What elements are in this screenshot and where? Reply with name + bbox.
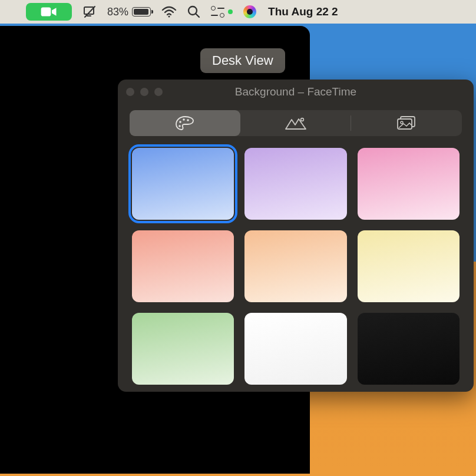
panel-title-bar: Background – FaceTime bbox=[118, 80, 474, 104]
swatch-coral-gradient[interactable] bbox=[132, 230, 234, 302]
photo-gallery-icon bbox=[396, 115, 416, 131]
zoom-window-button[interactable] bbox=[154, 88, 163, 96]
swatch-black-gradient[interactable] bbox=[358, 313, 460, 385]
svg-point-7 bbox=[179, 121, 181, 123]
menubar: 83% Thu Aug 22 2 bbox=[0, 0, 476, 24]
minimize-window-button[interactable] bbox=[140, 88, 148, 96]
swatch-white-gradient[interactable] bbox=[244, 313, 346, 385]
svg-point-10 bbox=[178, 125, 181, 127]
panel-title: Background – FaceTime bbox=[235, 85, 356, 98]
video-camera-icon bbox=[40, 6, 58, 18]
swatch-pink-gradient[interactable] bbox=[358, 148, 460, 220]
battery-icon bbox=[132, 7, 151, 16]
tab-landscapes[interactable] bbox=[240, 110, 351, 136]
screen-share-icon[interactable] bbox=[82, 5, 97, 18]
swatch-green-gradient[interactable] bbox=[132, 313, 234, 385]
desk-view-button[interactable]: Desk View bbox=[200, 48, 285, 73]
svg-point-11 bbox=[300, 118, 303, 121]
siri-icon[interactable] bbox=[243, 5, 256, 18]
camera-in-use-dot bbox=[228, 9, 233, 14]
battery-percent-label: 83% bbox=[107, 6, 128, 18]
tab-photos[interactable] bbox=[351, 110, 462, 136]
background-swatch-grid bbox=[118, 144, 474, 392]
swatch-purple-gradient[interactable] bbox=[244, 148, 346, 220]
svg-point-9 bbox=[187, 119, 189, 121]
tab-colors[interactable] bbox=[130, 110, 240, 136]
palette-icon bbox=[175, 115, 195, 131]
svg-point-8 bbox=[183, 118, 185, 121]
window-traffic-lights bbox=[126, 88, 163, 96]
svg-point-4 bbox=[168, 16, 170, 18]
spotlight-search-icon[interactable] bbox=[187, 5, 200, 18]
background-category-tabs bbox=[130, 110, 462, 136]
swatch-yellow-gradient[interactable] bbox=[358, 230, 460, 302]
swatch-orange-gradient[interactable] bbox=[244, 230, 346, 302]
facetime-active-indicator[interactable] bbox=[26, 3, 72, 21]
menubar-clock[interactable]: Thu Aug 22 2 bbox=[268, 5, 338, 18]
background-panel: Background – FaceTime bbox=[118, 80, 474, 392]
control-center-icon[interactable] bbox=[211, 5, 233, 18]
close-window-button[interactable] bbox=[126, 88, 134, 96]
mountain-icon bbox=[285, 116, 307, 130]
svg-rect-0 bbox=[41, 8, 51, 16]
svg-line-6 bbox=[196, 14, 199, 17]
battery-status[interactable]: 83% bbox=[107, 6, 151, 18]
wifi-icon[interactable] bbox=[161, 5, 177, 18]
swatch-blue-gradient[interactable] bbox=[132, 148, 234, 220]
